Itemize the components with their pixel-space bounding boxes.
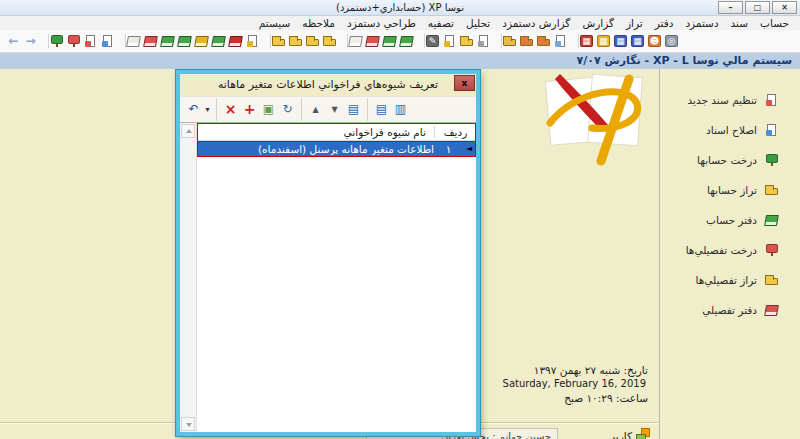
restore-icon[interactable]: □ — [745, 1, 770, 14]
eraser-white-icon[interactable] — [347, 33, 364, 49]
archive-icon[interactable] — [518, 33, 535, 49]
sidebar-item[interactable]: دفتر تفصيلي — [660, 295, 800, 325]
eraser-red-icon[interactable] — [364, 33, 381, 49]
report-doc-icon[interactable] — [244, 33, 261, 49]
add-icon[interactable]: + — [240, 98, 259, 121]
print-preview-icon[interactable]: ◎ — [663, 33, 680, 49]
dialog-title: تعريف شيوه‌هاي فراخواني اطلاعات متغير ما… — [180, 74, 476, 96]
sidebar-item[interactable]: دفتر حساب — [660, 205, 800, 235]
user-cubes-icon — [635, 428, 652, 439]
datetime-panel: تاريخ: شنبه ۲۷ بهمن ۱۳۹۷ Saturday, Febru… — [463, 363, 648, 405]
menu-item[interactable]: ملاحظه — [296, 16, 341, 30]
menu-item[interactable]: سيستم — [253, 16, 297, 30]
balance-folder4-icon[interactable] — [321, 33, 338, 49]
sidebar-item[interactable]: تراز حسابها — [660, 175, 800, 205]
undo-dropdown-icon[interactable]: ▾ — [203, 98, 212, 121]
menu-item[interactable]: طراحي دستمزد — [341, 16, 422, 30]
menu-item[interactable]: سند — [725, 16, 754, 30]
details-balance-icon — [763, 272, 780, 288]
archive2-icon[interactable] — [535, 33, 552, 49]
personnel-icon[interactable]: ☻ — [646, 33, 663, 49]
move-down-icon[interactable]: ▼ — [325, 98, 344, 121]
ledger-green-book-remove2-icon[interactable] — [176, 33, 193, 49]
sidebar-item-label: تراز حسابها — [707, 184, 757, 196]
table-sum-icon[interactable]: ▦ — [629, 33, 646, 49]
sidebar-item[interactable]: تراز تفصيلي‌ها — [660, 265, 800, 295]
calculator-icon[interactable]: ▦ — [595, 33, 612, 49]
undo-icon[interactable]: ↶ — [184, 98, 203, 121]
memo-icon[interactable] — [475, 33, 492, 49]
sidebar-item[interactable]: اصلاح اسناد — [660, 115, 800, 145]
eraser-green2-icon[interactable] — [398, 33, 415, 49]
menu-item[interactable]: دستمزد — [679, 16, 724, 30]
menu-item[interactable]: تحليل — [460, 16, 496, 30]
import-folder-icon[interactable] — [501, 33, 518, 49]
refresh-icon[interactable]: ↻ — [278, 98, 297, 121]
ledger-yellow-book-icon[interactable] — [193, 33, 210, 49]
minimize-icon[interactable]: – — [718, 1, 743, 14]
menu-item[interactable]: دفتر — [649, 16, 680, 30]
signature-icon[interactable]: ✎ — [424, 33, 441, 49]
ledger-red-book2-icon[interactable] — [227, 33, 244, 49]
open-folder-icon[interactable] — [458, 33, 475, 49]
date-label: تاريخ: — [624, 364, 648, 376]
close-icon[interactable]: × — [772, 1, 797, 14]
window-titlebar: نوسا XP (حسابداري+دستمزد) – □ × — [0, 0, 800, 16]
app-window: نوسا XP (حسابداري+دستمزد) – □ × حساب سند… — [0, 0, 800, 439]
sidebar-item[interactable]: تنظيم سند جديد — [660, 85, 800, 115]
detail-tree-icon[interactable] — [65, 33, 82, 49]
account-ledger-icon — [763, 212, 780, 228]
column-header-row: رديف — [434, 126, 476, 138]
eraser-green-icon[interactable] — [381, 33, 398, 49]
ledger-green-book-remove-icon[interactable] — [159, 33, 176, 49]
balance-folder2-icon[interactable] — [287, 33, 304, 49]
account-tree-icon[interactable] — [48, 33, 65, 49]
back-icon[interactable]: ← — [5, 33, 22, 49]
date-fa-value: شنبه ۲۷ بهمن ۱۳۹۷ — [534, 364, 620, 376]
table-row[interactable]: ◄ ۱ اطلاعات متغير ماهانه پرسنل (اسفندماه… — [197, 141, 476, 157]
methods-table: رديف نام شيوه فراخواني ◄ ۱ اطلاعات متغير… — [197, 123, 476, 432]
main-toolbar: ← → — [0, 30, 800, 53]
dialog-close-icon[interactable]: x — [454, 75, 475, 91]
import-icon[interactable]: ▥ — [391, 98, 410, 121]
table-icon[interactable]: ▦ — [612, 33, 629, 49]
ledger-green-book-icon[interactable] — [210, 33, 227, 49]
sidebar-item-label: دفتر تفصيلي — [702, 304, 757, 316]
sidebar-item[interactable]: درخت تفصيلي‌ها — [660, 235, 800, 265]
scroll-down-icon[interactable] — [181, 417, 195, 431]
payroll-calc-icon[interactable]: ▦ — [578, 33, 595, 49]
forward-icon[interactable]: → — [22, 33, 39, 49]
accounts-balance-icon — [763, 182, 780, 198]
sidebar-item[interactable]: درخت حسابها — [660, 145, 800, 175]
details-tree-icon — [763, 242, 780, 258]
date-en-value: Saturday, February 16, 2019 — [463, 377, 648, 391]
menu-item[interactable]: تراز — [620, 16, 649, 30]
page-icon[interactable] — [552, 33, 569, 49]
date-fa-line: تاريخ: شنبه ۲۷ بهمن ۱۳۹۷ — [463, 363, 648, 377]
new-voucher-icon[interactable] — [82, 33, 99, 49]
move-up-icon[interactable]: ▲ — [301, 98, 325, 121]
copy-icon[interactable]: ▤ — [344, 98, 363, 121]
menu-item[interactable]: حساب — [754, 16, 795, 30]
ledger-red-book-icon[interactable] — [142, 33, 159, 49]
balance-folder3-icon[interactable] — [304, 33, 321, 49]
new-voucher-icon — [763, 92, 780, 108]
sidebar-item-label: اصلاح اسناد — [706, 124, 757, 136]
vertical-scrollbar[interactable] — [180, 123, 197, 432]
dialog-toolbar: ↶ ▾ × + ▣ ↻ ▲ ▼ ▤ ▤ ▥ — [180, 96, 476, 123]
balance-folder1-icon[interactable] — [270, 33, 287, 49]
sidebar-item-label: درخت حسابها — [697, 154, 757, 166]
draft-doc-icon[interactable] — [441, 33, 458, 49]
ledger-white-book-icon[interactable] — [125, 33, 142, 49]
delete-icon[interactable]: × — [216, 98, 240, 121]
window-controls: – □ × — [718, 1, 797, 14]
export-icon[interactable]: ▤ — [367, 98, 391, 121]
sidebar: تنظيم سند جديد اصلاح اسناد درخت حسابها ت… — [659, 69, 800, 439]
paste-icon[interactable]: ▣ — [259, 98, 278, 121]
menu-item[interactable]: گزارش — [576, 16, 620, 30]
edit-voucher-icon[interactable] — [99, 33, 116, 49]
scroll-up-icon[interactable] — [181, 124, 195, 138]
dialog-body: رديف نام شيوه فراخواني ◄ ۱ اطلاعات متغير… — [180, 122, 476, 432]
menu-item[interactable]: تصفيه — [422, 16, 460, 30]
menu-item[interactable]: گزارش دستمزد — [496, 16, 576, 30]
